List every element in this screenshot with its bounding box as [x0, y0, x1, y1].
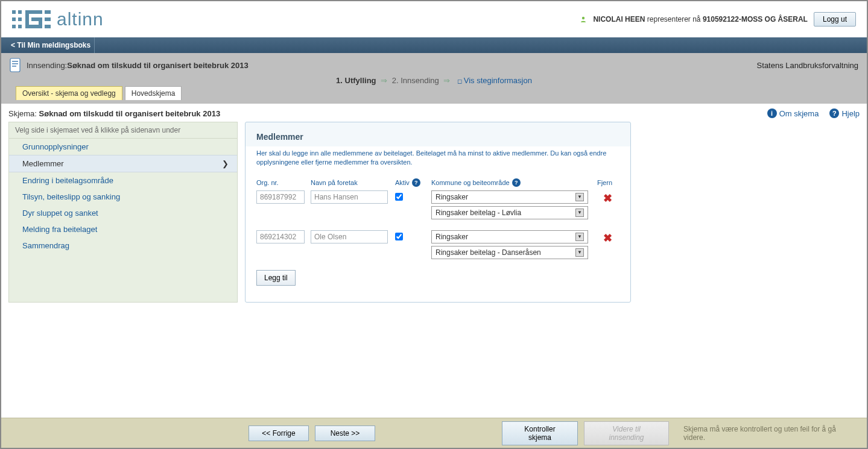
document-icon [10, 58, 22, 72]
hjelp-link[interactable]: ?Hjelp [829, 108, 860, 118]
add-member-button[interactable]: Legg til [256, 270, 296, 286]
logo-icon [12, 10, 51, 28]
aktiv-checkbox[interactable] [395, 193, 403, 201]
navbar: < Til Min meldingsboks [1, 37, 867, 53]
beiteomrade-select[interactable]: Ringsaker beitelag - Danseråsen▼ [431, 246, 588, 259]
col-aktiv: Aktiv [395, 179, 410, 186]
user-org: 910592122-MOSS OG ÅSERAL [703, 15, 808, 24]
svg-rect-11 [45, 10, 51, 14]
user-name: NICOLAI HEEN [593, 15, 645, 24]
prev-button[interactable]: << Forrige [249, 425, 309, 441]
chevron-down-icon: ▼ [575, 233, 584, 241]
kontroller-button[interactable]: Kontroller skjema [502, 421, 578, 445]
logout-button[interactable]: Logg ut [814, 12, 856, 27]
svg-rect-0 [12, 10, 16, 14]
innsending-label: Innsending: [27, 61, 67, 70]
aktiv-checkbox[interactable] [395, 233, 403, 240]
sidebar-item-medlemmer[interactable]: Medlemmer❯ [9, 155, 237, 172]
logo: altinn [12, 9, 104, 30]
step-1: 1. Utfylling [336, 76, 376, 85]
logo-text: altinn [57, 9, 104, 30]
orgnr-input[interactable] [256, 230, 305, 243]
remove-icon[interactable]: ✖ [603, 192, 612, 204]
tab-hovedskjema[interactable]: Hovedskjema [125, 86, 182, 100]
panel-title: Medlemmer [256, 132, 619, 142]
represents-text: representerer nå [647, 15, 701, 24]
sidebar-heading: Velg side i skjemaet ved å klikke på sid… [9, 122, 237, 139]
user-area: NICOLAI HEEN representerer nå 910592122-… [580, 12, 856, 27]
videre-button: Videre til innsending [584, 421, 669, 445]
col-orgnr: Org. nr. [256, 179, 311, 186]
step-indicator: 1. Utfylling ⇒ 2. Innsending ⇒ ◻Vis steg… [10, 72, 858, 86]
tab-oversikt[interactable]: Oversikt - skjema og vedlegg [16, 86, 122, 100]
sidebar: Velg side i skjemaet ved å klikke på sid… [8, 122, 238, 303]
help-icon: ? [829, 108, 839, 118]
arrow-icon: ⇒ [381, 76, 387, 85]
table-header: Org. nr. Navn på foretak Aktiv? Kommune … [256, 178, 619, 187]
sidebar-item-dyr[interactable]: Dyr sluppet og sanket [9, 205, 237, 221]
info-icon: i [767, 108, 777, 118]
innsending-title: Søknad om tilskudd til organisert beiteb… [67, 61, 249, 70]
orgnr-input[interactable] [256, 190, 305, 204]
svg-rect-5 [18, 25, 22, 28]
kommune-select[interactable]: Ringsaker▼ [431, 190, 588, 204]
footer-message: Skjema må være kontrollert og uten feil … [683, 425, 858, 442]
step-2: 2. Innsending [392, 76, 439, 85]
col-navn: Navn på foretak [311, 179, 395, 186]
navn-input[interactable] [311, 190, 388, 204]
kommune-select[interactable]: Ringsaker▼ [431, 230, 588, 243]
header: altinn NICOLAI HEEN representerer nå 910… [1, 1, 867, 37]
col-fjern: Fjern [588, 179, 612, 186]
chevron-right-icon: ❯ [222, 159, 229, 168]
next-button[interactable]: Neste >> [315, 425, 375, 441]
svg-rect-13 [45, 25, 51, 28]
help-icon[interactable]: ? [512, 178, 521, 187]
chevron-down-icon: ▼ [575, 193, 584, 201]
svg-rect-4 [12, 25, 16, 28]
svg-rect-18 [12, 66, 16, 67]
beiteomrade-select[interactable]: Ringsaker beitelag - Løvlia▼ [431, 206, 588, 219]
back-to-inbox-link[interactable]: < Til Min meldingsboks [7, 37, 95, 53]
help-icon[interactable]: ? [412, 178, 420, 187]
svg-rect-1 [18, 10, 22, 14]
sidebar-item-tilsyn[interactable]: Tilsyn, beiteslipp og sanking [9, 189, 237, 205]
sidebar-item-grunnopplysninger[interactable]: Grunnopplysninger [9, 139, 237, 155]
svg-point-14 [582, 17, 584, 19]
svg-rect-10 [31, 17, 42, 21]
sidebar-item-sammendrag[interactable]: Sammendrag [9, 237, 237, 254]
skjema-title: Søknad om tilskudd til organisert beiteb… [39, 109, 221, 118]
member-row: Ringsaker▼ Ringsaker beitelag - Løvlia▼ … [256, 190, 619, 219]
tabs: Oversikt - skjema og vedlegg Hovedskjema [10, 86, 858, 100]
step-info-link[interactable]: Vis steginformasjon [464, 76, 532, 85]
col-kommune: Kommune og beiteområde [431, 179, 510, 186]
member-row: Ringsaker▼ Ringsaker beitelag - Danserås… [256, 230, 619, 259]
svg-rect-17 [12, 63, 18, 64]
expand-icon: ◻ [457, 78, 462, 84]
om-skjema-link[interactable]: iOm skjema [767, 108, 819, 118]
svg-rect-15 [10, 58, 20, 72]
form-panel: Medlemmer Her skal du legge inn alle med… [245, 122, 631, 303]
arrow-icon: ⇒ [443, 76, 450, 85]
sidebar-item-melding[interactable]: Melding fra beitelaget [9, 221, 237, 237]
navn-input[interactable] [311, 230, 388, 243]
remove-icon[interactable]: ✖ [603, 232, 612, 244]
sidebar-item-endring[interactable]: Endring i beitelagsområde [9, 172, 237, 189]
panel-description: Her skal du legge inn alle medlemmene av… [256, 149, 619, 168]
footer: << Forrige Neste >> Kontroller skjema Vi… [1, 418, 867, 448]
skjema-label: Skjema: [8, 109, 37, 118]
agency-name: Statens Landbruksforvaltning [757, 61, 858, 70]
svg-rect-3 [18, 17, 22, 21]
svg-rect-2 [12, 17, 16, 21]
svg-rect-16 [12, 61, 18, 62]
svg-rect-12 [45, 17, 51, 21]
gray-info-bar: Innsending:Søknad om tilskudd til organi… [1, 53, 867, 104]
chevron-down-icon: ▼ [575, 209, 584, 217]
user-icon [580, 16, 587, 23]
chevron-down-icon: ▼ [575, 248, 584, 257]
